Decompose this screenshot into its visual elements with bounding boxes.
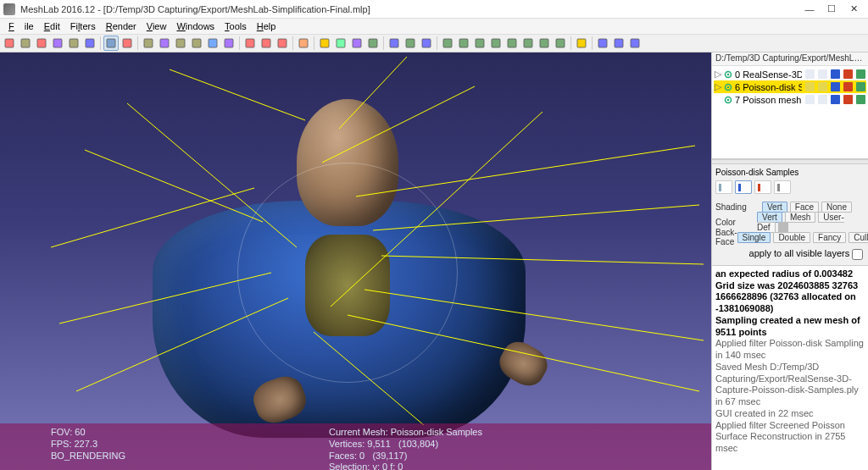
reload-button[interactable] xyxy=(50,36,65,51)
apply-all-checkbox[interactable] xyxy=(852,249,863,260)
backface-cull[interactable]: Cull xyxy=(849,232,868,243)
svg-rect-6 xyxy=(107,39,115,47)
eye-icon[interactable] xyxy=(723,69,733,80)
apply-all-label: apply to all visible layers xyxy=(749,248,850,258)
svg-rect-17 xyxy=(299,39,308,47)
rm-tab-3[interactable] xyxy=(754,180,771,194)
flat-lines-button[interactable] xyxy=(205,36,220,51)
layer-row[interactable]: ▷0 RealSense-3D-Capture * xyxy=(714,68,866,80)
backface-fancy[interactable]: Fancy xyxy=(813,232,846,243)
expand-icon[interactable]: ▷ xyxy=(715,69,721,80)
svg-line-43 xyxy=(373,205,699,230)
eye-icon[interactable] xyxy=(723,82,733,92)
log-panel[interactable]: an expected radius of 0.003482Grid size … xyxy=(712,265,868,470)
menu-windows[interactable]: Windows xyxy=(171,20,220,32)
svg-rect-15 xyxy=(262,39,270,47)
toolbar xyxy=(0,34,868,53)
vert-info-button[interactable] xyxy=(296,36,311,51)
render-mode-tabs xyxy=(715,179,865,199)
menu-bar: File Edit Filters Render View Windows To… xyxy=(0,19,868,34)
svg-rect-19 xyxy=(337,39,345,47)
menu-help[interactable]: Help xyxy=(252,20,281,32)
eye-icon[interactable] xyxy=(723,95,733,105)
light-button[interactable] xyxy=(317,36,332,51)
layer-row[interactable]: ▷6 Poisson-disk Samples xyxy=(714,80,866,93)
svg-rect-29 xyxy=(508,39,516,47)
show-layers-button[interactable] xyxy=(103,36,119,51)
viewport-3d[interactable]: FOV: 60 FPS: 227.3 BO_RENDERING Current … xyxy=(0,53,711,470)
menu-view[interactable]: View xyxy=(142,20,172,32)
bbox-button[interactable] xyxy=(141,36,156,51)
svg-point-67 xyxy=(727,98,730,101)
double-button[interactable] xyxy=(349,36,364,51)
svg-point-53 xyxy=(727,73,730,75)
svg-rect-14 xyxy=(246,39,254,47)
svg-rect-5 xyxy=(86,39,94,47)
select-conn-button[interactable] xyxy=(275,36,290,51)
filterG-button[interactable] xyxy=(537,36,552,51)
backface-label: Back-Face xyxy=(715,228,737,246)
rm-tab-4[interactable] xyxy=(774,180,791,194)
filterA-button[interactable] xyxy=(440,36,455,51)
layer-row[interactable]: 7 Poisson mesh xyxy=(714,93,866,106)
info-button[interactable] xyxy=(574,36,589,51)
color-mesh[interactable]: Mesh xyxy=(785,212,815,223)
new-project-button[interactable] xyxy=(2,36,17,51)
shading-label: Shading xyxy=(715,202,762,212)
close-button[interactable]: ✕ xyxy=(843,2,865,17)
texture-button[interactable] xyxy=(365,36,381,51)
svg-rect-2 xyxy=(37,39,46,47)
filterD-button[interactable] xyxy=(488,36,504,51)
svg-point-60 xyxy=(727,86,730,88)
expand-icon[interactable]: ▷ xyxy=(715,81,721,92)
svg-rect-71 xyxy=(843,95,853,104)
menu-render[interactable]: Render xyxy=(101,20,142,32)
minimize-button[interactable]: — xyxy=(798,2,821,17)
backface-button[interactable] xyxy=(333,36,348,51)
smooth-button[interactable] xyxy=(221,36,236,51)
points-button[interactable] xyxy=(157,36,172,51)
menu-edit[interactable]: Edit xyxy=(39,20,65,32)
paint-button[interactable] xyxy=(419,36,434,51)
show-raster-button[interactable] xyxy=(120,36,135,51)
menu-file[interactable]: File xyxy=(3,20,39,32)
save-snapshot-button[interactable] xyxy=(82,36,97,51)
svg-rect-7 xyxy=(123,39,131,47)
flat-button[interactable] xyxy=(189,36,204,51)
svg-rect-16 xyxy=(278,39,287,47)
toolZ-button[interactable] xyxy=(627,36,643,51)
filterH-button[interactable] xyxy=(553,36,568,51)
svg-line-38 xyxy=(339,57,407,129)
menu-tools[interactable]: Tools xyxy=(220,20,252,32)
open-button[interactable] xyxy=(18,36,33,51)
rm-tab-2[interactable] xyxy=(735,180,752,194)
app-icon xyxy=(3,3,15,15)
backface-single[interactable]: Single xyxy=(737,232,771,243)
toolX-button[interactable] xyxy=(595,36,610,51)
svg-rect-25 xyxy=(443,39,452,47)
wire-button[interactable] xyxy=(173,36,188,51)
svg-line-41 xyxy=(85,150,263,222)
measure-button[interactable] xyxy=(403,36,418,51)
save-button[interactable] xyxy=(66,36,81,51)
toolY-button[interactable] xyxy=(611,36,626,51)
layer-properties: Poisson-disk Samples Shading VertFaceNon… xyxy=(712,164,868,265)
import-mesh-button[interactable] xyxy=(34,36,49,51)
select-vert-button[interactable] xyxy=(242,36,258,51)
menu-filters[interactable]: Filters xyxy=(65,20,101,32)
maximize-button[interactable]: ☐ xyxy=(821,2,843,17)
svg-rect-63 xyxy=(831,82,840,91)
filterE-button[interactable] xyxy=(504,36,520,51)
select-face-button[interactable] xyxy=(259,36,274,51)
svg-line-48 xyxy=(59,273,271,323)
svg-rect-72 xyxy=(856,95,865,104)
filterC-button[interactable] xyxy=(472,36,487,51)
layer-list[interactable]: ▷0 RealSense-3D-Capture *▷6 Poisson-disk… xyxy=(712,66,868,159)
filterB-button[interactable] xyxy=(456,36,471,51)
svg-rect-4 xyxy=(70,39,78,47)
align-button[interactable] xyxy=(387,36,402,51)
filterF-button[interactable] xyxy=(520,36,536,51)
rm-tab-1[interactable] xyxy=(715,180,732,194)
backface-double[interactable]: Double xyxy=(773,232,810,243)
stats-left: FOV: 60 FPS: 227.3 BO_RENDERING xyxy=(51,427,125,467)
